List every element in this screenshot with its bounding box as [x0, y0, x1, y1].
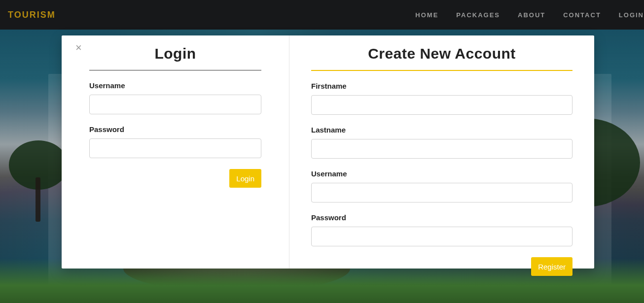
register-password-input[interactable]: [311, 227, 572, 246]
nav-links: HOME PACKAGES ABOUT CONTACT LOGIN: [415, 11, 644, 19]
decor-trunk: [36, 177, 40, 222]
divider-accent: [311, 70, 572, 71]
login-pane: Login Username Password Login: [62, 35, 289, 269]
register-submit-button[interactable]: Register: [531, 257, 572, 276]
login-username-label: Username: [89, 81, 261, 90]
register-username-group: Username: [311, 169, 572, 202]
login-title: Login: [76, 45, 274, 62]
register-password-group: Password: [311, 213, 572, 246]
register-username-label: Username: [311, 169, 572, 178]
login-username-group: Username: [89, 81, 261, 114]
register-actions: Register: [311, 257, 572, 276]
login-actions: Login: [89, 169, 261, 188]
login-password-input[interactable]: [89, 138, 261, 158]
auth-modal: × Login Username Password Login Create N…: [62, 35, 594, 269]
close-icon[interactable]: ×: [75, 43, 84, 52]
nav-about[interactable]: ABOUT: [518, 11, 545, 19]
register-password-label: Password: [311, 213, 572, 222]
register-username-input[interactable]: [311, 183, 572, 202]
navbar: TOURISM HOME PACKAGES ABOUT CONTACT LOGI…: [0, 0, 644, 30]
register-firstname-label: Firstname: [311, 82, 572, 90]
register-title: Create New Account: [304, 45, 579, 62]
register-lastname-input[interactable]: [311, 139, 572, 159]
nav-contact[interactable]: CONTACT: [563, 11, 601, 19]
register-pane: Create New Account Firstname Lastname Us…: [289, 35, 594, 269]
nav-packages[interactable]: PACKAGES: [456, 11, 500, 19]
register-firstname-input[interactable]: [311, 95, 572, 115]
register-lastname-label: Lastname: [311, 126, 572, 134]
register-firstname-group: Firstname: [311, 82, 572, 115]
login-password-group: Password: [89, 125, 261, 158]
login-password-label: Password: [89, 125, 261, 134]
nav-home[interactable]: HOME: [415, 11, 438, 19]
register-lastname-group: Lastname: [311, 126, 572, 159]
brand-logo[interactable]: TOURISM: [8, 10, 56, 20]
login-submit-button[interactable]: Login: [229, 169, 261, 188]
login-username-input[interactable]: [89, 95, 261, 114]
nav-login[interactable]: LOGIN: [619, 11, 644, 19]
divider: [89, 70, 261, 70]
